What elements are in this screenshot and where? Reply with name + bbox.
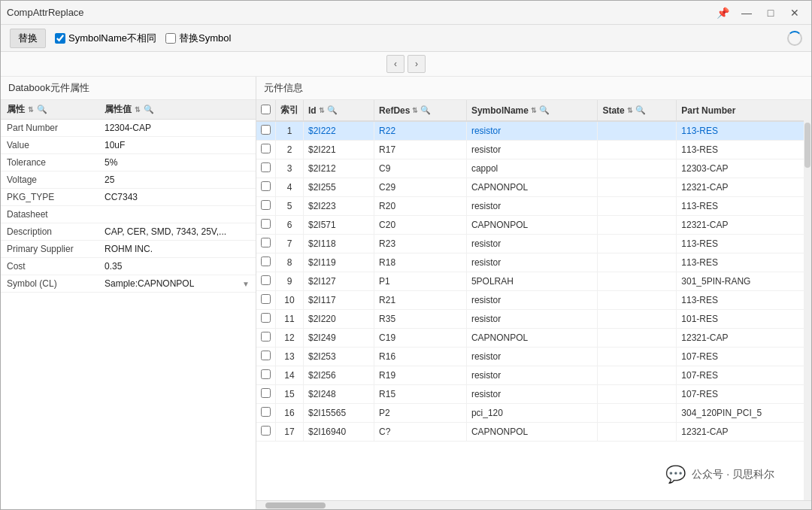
symbolname-checkbox-label[interactable]: SymbolName不相同 [55,32,156,45]
row-checkbox-cell[interactable] [256,253,276,272]
maximize-button[interactable]: □ [760,4,781,22]
row-symbolname: resistor [466,197,598,216]
attr-row[interactable]: Cost0.35 [1,258,256,275]
row-checkbox[interactable] [261,369,271,379]
id-search-icon[interactable]: 🔍 [327,105,338,115]
table-row[interactable]: 3$2I212C9cappol12303-CAP [256,159,811,178]
row-checkbox-cell[interactable] [256,404,276,423]
attr-row[interactable]: Tolerance5% [1,154,256,172]
row-checkbox-cell[interactable] [256,216,276,235]
row-checkbox-cell[interactable] [256,348,276,366]
table-row[interactable]: 17$2I16940C?CAPNONPOL12321-CAP [256,423,811,442]
horizontal-scrollbar-thumb[interactable] [265,502,326,508]
symbolname-checkbox[interactable] [55,33,65,44]
row-index: 10 [276,291,304,310]
replace-button[interactable]: 替换 [10,29,46,48]
attr-row[interactable]: Symbol (CL)Sample:CAPNONPOL▼ [1,275,256,293]
row-checkbox[interactable] [261,200,271,210]
row-checkbox[interactable] [261,219,271,229]
row-index: 16 [276,404,304,423]
vertical-scrollbar-thumb[interactable] [804,123,810,168]
row-checkbox-cell[interactable] [256,141,276,159]
title-bar: CompAttrReplace 📌 — □ ✕ [1,1,811,25]
sym-search-icon[interactable]: 🔍 [539,105,550,115]
horizontal-scrollbar[interactable] [256,500,811,509]
table-row[interactable]: 5$2I223R20resistor113-RES [256,197,811,216]
row-checkbox[interactable] [261,426,271,436]
table-row[interactable]: 12$2I249C19CAPNONPOL12321-CAP [256,329,811,348]
row-refdes: R17 [374,141,467,159]
attr-row[interactable]: Voltage25 [1,172,256,189]
table-row[interactable]: 10$2I117R21resistor113-RES [256,291,811,310]
row-partnumber: 101-RES [677,310,811,329]
row-checkbox-cell[interactable] [256,423,276,442]
table-row[interactable]: 11$2I220R35resistor101-RES [256,310,811,329]
table-row[interactable]: 4$2I255C29CAPNONPOL12321-CAP [256,178,811,197]
row-checkbox[interactable] [261,388,271,398]
state-search-icon[interactable]: 🔍 [635,105,646,115]
row-checkbox[interactable] [261,144,271,153]
row-checkbox-cell[interactable] [256,385,276,404]
attr-name-cell: Part Number [7,123,105,133]
row-checkbox[interactable] [261,294,271,304]
table-row[interactable]: 2$2I221R17resistor113-RES [256,141,811,159]
row-checkbox-cell[interactable] [256,272,276,291]
attr-row[interactable]: Value10uF [1,137,256,154]
window-title: CompAttrReplace [7,7,84,18]
value-search-icon[interactable]: 🔍 [144,105,154,114]
table-row[interactable]: 8$2I119R18resistor113-RES [256,253,811,272]
row-checkbox[interactable] [261,275,271,285]
row-checkbox-cell[interactable] [256,291,276,310]
row-checkbox[interactable] [261,313,271,323]
row-checkbox-cell[interactable] [256,159,276,178]
row-checkbox-cell[interactable] [256,178,276,197]
close-button[interactable]: ✕ [784,4,805,22]
attr-row[interactable]: Primary SupplierROHM INC. [1,241,256,258]
table-row[interactable]: 6$2I571C20CAPNONPOL12321-CAP [256,216,811,235]
row-checkbox[interactable] [261,257,271,266]
attr-search-icon[interactable]: 🔍 [37,105,47,114]
row-checkbox[interactable] [261,238,271,247]
vertical-scrollbar[interactable] [804,100,811,500]
row-checkbox-cell[interactable] [256,329,276,348]
row-symbolname: resistor [466,121,598,141]
row-id: $2I221 [304,141,374,159]
attr-row[interactable]: Datasheet [1,206,256,223]
table-row[interactable]: 14$2I256R19resistor107-RES [256,366,811,385]
row-partnumber: 301_5PIN-RANG [677,272,811,291]
table-row[interactable]: 9$2I127P15POLRAH301_5PIN-RANG [256,272,811,291]
select-all-checkbox[interactable] [261,105,271,114]
comp-table-wrap[interactable]: 索引 Id ⇅ 🔍 RefDes [256,100,811,500]
row-checkbox-cell[interactable] [256,310,276,329]
row-checkbox[interactable] [261,332,271,342]
row-checkbox-cell[interactable] [256,197,276,216]
minimize-button[interactable]: — [736,4,757,22]
dropdown-arrow-icon[interactable]: ▼ [242,280,250,288]
replace-symbol-checkbox-label[interactable]: 替换Symbol [165,32,231,45]
row-checkbox[interactable] [261,181,271,191]
refdes-search-icon[interactable]: 🔍 [420,105,431,115]
table-row[interactable]: 15$2I248R15resistor107-RES [256,385,811,404]
row-symbolname: pci_120 [466,404,598,423]
table-row[interactable]: 1$2I222R22resistor113-RES [256,121,811,141]
row-checkbox[interactable] [261,407,271,417]
table-row[interactable]: 7$2I118R23resistor113-RES [256,235,811,253]
table-row[interactable]: 13$2I253R16resistor107-RES [256,348,811,366]
prev-button[interactable]: ‹ [386,55,404,73]
row-checkbox-cell[interactable] [256,366,276,385]
row-checkbox[interactable] [261,351,271,360]
row-checkbox[interactable] [261,162,271,172]
row-index: 13 [276,348,304,366]
row-checkbox[interactable] [261,125,271,135]
row-checkbox-cell[interactable] [256,235,276,253]
next-button[interactable]: › [408,55,426,73]
attr-row[interactable]: PKG_TYPECC7343 [1,189,256,206]
attr-row[interactable]: DescriptionCAP, CER, SMD, 7343, 25V,... [1,223,256,241]
pin-button[interactable]: 📌 [712,4,733,22]
table-row[interactable]: 16$2I15565P2pci_120304_120PIN_PCI_5 [256,404,811,423]
replace-symbol-checkbox[interactable] [165,33,176,44]
row-index: 9 [276,272,304,291]
row-partnumber: 107-RES [677,385,811,404]
attr-row[interactable]: Part Number12304-CAP [1,120,256,137]
row-checkbox-cell[interactable] [256,121,276,141]
